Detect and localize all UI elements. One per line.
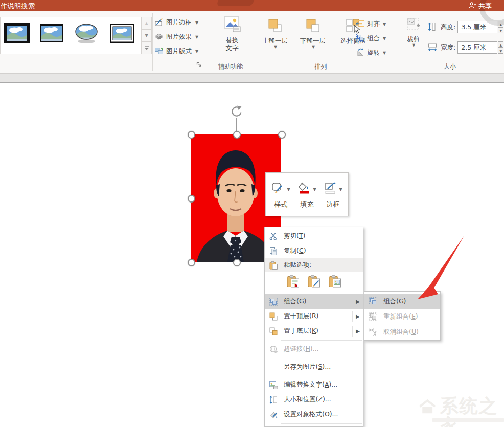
paste-picture-button[interactable] (328, 274, 343, 289)
mini-toolbar: ▼样式▼填充▼边框 (265, 172, 349, 216)
dropdown-arrow-icon: ▼ (195, 49, 198, 54)
paste-brush-button[interactable] (307, 274, 322, 289)
dropdown-arrow-icon: ▼ (383, 22, 386, 27)
dropdown-arrow-icon: ▼ (274, 44, 277, 49)
tell-me-search[interactable]: 作说明搜索 (1, 2, 35, 11)
selection-handle[interactable] (233, 259, 241, 266)
picture-style-plain-thin-frame-style[interactable] (38, 22, 65, 44)
size-position-icon (269, 395, 278, 404)
picture-border-icon (154, 17, 164, 28)
crop-icon (403, 14, 423, 35)
menu-item-save-as-picture[interactable]: 另存为图片(S)... (265, 359, 363, 374)
height-icon (427, 21, 438, 33)
crop-button[interactable]: 裁剪 ▼ (400, 14, 426, 48)
picture-styles-gallery (0, 17, 142, 54)
send-backward-button[interactable]: 下移一层▼ (294, 15, 331, 49)
menu-item-format-object[interactable]: 设置对象格式(O)... (265, 407, 363, 422)
align-icon (356, 19, 365, 30)
dropdown-arrow-icon: ▼ (313, 187, 316, 192)
rotate-button[interactable]: 旋转▼ (356, 46, 386, 59)
group-icon (269, 297, 278, 306)
submenu-item-group[interactable]: 组合(G) (364, 294, 440, 309)
selection-handle[interactable] (188, 259, 195, 266)
fill-color-button[interactable]: ▼填充 (295, 179, 319, 209)
paste-keep-format-button[interactable]: a (286, 274, 301, 289)
bring-forward-icon (267, 15, 283, 37)
menu-item-new-comment[interactable]: 新建批注(M) (265, 425, 363, 427)
align-button[interactable]: 对齐▼ (356, 17, 386, 31)
watermark-url-blur (432, 418, 504, 422)
svg-text:a: a (294, 283, 297, 288)
selection-handle[interactable] (188, 195, 195, 203)
dropdown-arrow-icon: ▼ (383, 36, 386, 41)
picture-styles-dialog-launcher-icon[interactable] (196, 60, 202, 66)
rotate-handle-stem (236, 118, 237, 132)
submenu-arrow-icon: ▶ (352, 311, 363, 322)
dropdown-arrow-icon: ▼ (195, 20, 198, 25)
dropdown-arrow-icon: ▼ (312, 44, 315, 49)
scroll-down-icon[interactable]: ▼ (141, 30, 152, 42)
menu-item-size-and-position[interactable]: 大小和位置(Z)... (265, 392, 363, 407)
rotate-handle[interactable] (230, 105, 243, 118)
picture-layout-button[interactable]: 图片版式▼ (154, 44, 198, 58)
picture-effects-icon (154, 32, 164, 42)
outline-color-button[interactable]: ▼边框 (322, 179, 345, 209)
width-icon (427, 42, 438, 54)
send-backward-icon (305, 15, 321, 37)
dropdown-arrow-icon: ▼ (383, 51, 386, 55)
scissors-icon (269, 232, 278, 241)
group-button[interactable]: 组合▼ (356, 32, 386, 45)
alt-text-button[interactable]: 替换 文字 (214, 14, 250, 52)
rotate-icon (356, 48, 365, 58)
selection-handle[interactable] (233, 131, 241, 139)
ribbon-bottom-strip (0, 73, 504, 83)
share-button[interactable]: 共享 (469, 2, 492, 11)
group-ribbon-icon (356, 33, 365, 44)
watermark-house-icon (418, 396, 437, 417)
send-back-icon (269, 327, 278, 336)
paste-option-buttons: a (265, 272, 363, 291)
hyperlink-icon (269, 345, 278, 354)
shape-style-icon (271, 182, 285, 197)
dropdown-arrow-icon: ▼ (287, 187, 290, 192)
group-divider (396, 13, 396, 71)
alt-text-picture-icon (222, 14, 242, 36)
menu-header-paste-options: 粘贴选项: (265, 258, 363, 272)
ribbon-picture-format: ▲ ▼ 图片边框▼图片效果▼图片版式▼ 替换 文字 辅助功能 上移一层▼下移一层… (0, 11, 504, 73)
submenu-item-regroup[interactable]: 重新组合(E) (364, 309, 440, 324)
picture-effects-button[interactable]: 图片效果▼ (154, 30, 198, 44)
group-icon (369, 297, 378, 306)
menu-item-hyperlink[interactable]: 超链接(H)... (265, 342, 363, 356)
menu-item-bring-to-front[interactable]: 置于顶层(R)▶ (265, 309, 363, 324)
scroll-up-icon[interactable]: ▲ (141, 17, 152, 30)
picture-style-simple-black-frame-style[interactable] (4, 22, 30, 44)
menu-item-copy[interactable]: 复制(C) (265, 243, 363, 258)
gallery-more-icon[interactable] (141, 42, 152, 54)
group-label-size: 大小 (409, 62, 491, 71)
clipboard-icon (269, 261, 278, 270)
context-menu: 剪切(T)复制(C)粘贴选项:a组合(G)▶置于顶层(R)▶置于底层(K)▶超链… (264, 227, 363, 427)
width-input[interactable]: 2.5 厘米 (457, 41, 497, 54)
outline-color-icon (324, 182, 337, 197)
group-divider (255, 13, 255, 71)
group-submenu: 组合(G)重新组合(E)取消组合(U) (364, 291, 441, 341)
spinner-buttons[interactable]: ▲▼ (498, 41, 503, 54)
copy-icon (269, 246, 278, 256)
bring-forward-button[interactable]: 上移一层▼ (257, 15, 293, 49)
submenu-arrow-icon: ▶ (353, 299, 363, 304)
shape-style-button[interactable]: ▼样式 (269, 179, 293, 209)
group-divider (152, 13, 153, 71)
ungroup-icon (369, 327, 378, 336)
menu-item-group[interactable]: 组合(G)▶ (265, 294, 363, 309)
submenu-item-ungroup[interactable]: 取消组合(U) (364, 324, 440, 340)
menu-item-cut[interactable]: 剪切(T) (265, 229, 363, 243)
menu-item-send-to-back[interactable]: 置于底层(K)▶ (265, 324, 363, 339)
group-label-arrange: 排列 (256, 62, 386, 71)
menu-item-edit-alt-text[interactable]: 编辑替换文字(A)... (265, 377, 363, 392)
selection-handle[interactable] (278, 131, 286, 139)
picture-border-button[interactable]: 图片边框▼ (154, 15, 198, 30)
dropdown-arrow-icon: ▼ (412, 43, 415, 48)
picture-style-metal-double-frame-style[interactable] (109, 22, 135, 44)
selection-handle[interactable] (188, 131, 195, 139)
picture-style-soft-oval-shadow-style[interactable] (73, 22, 100, 44)
